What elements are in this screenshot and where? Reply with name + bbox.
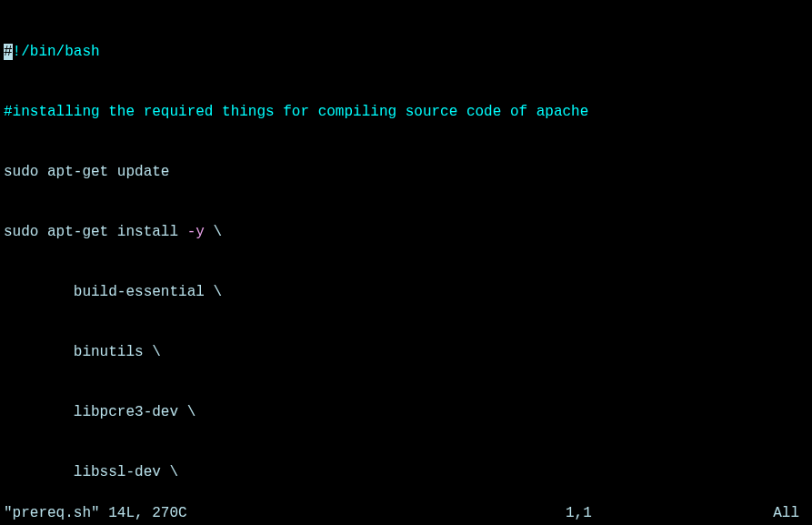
comment-text: installing the required things for compi… xyxy=(13,104,589,120)
shebang-text: !/bin/bash xyxy=(13,44,100,60)
terminal-window[interactable]: #!/bin/bash #installing the required thi… xyxy=(0,0,812,525)
scroll-indicator: All xyxy=(773,503,799,523)
comment-hash: # xyxy=(4,104,13,120)
editor-content[interactable]: #!/bin/bash #installing the required thi… xyxy=(4,2,808,525)
vim-status-bar: "prereq.sh" 14L, 270C 1,1 All xyxy=(4,503,808,523)
code-line-7: libpcre3-dev \ xyxy=(4,402,808,422)
code-line-6: binutils \ xyxy=(4,342,808,362)
code-line-2: #installing the required things for comp… xyxy=(4,102,808,122)
code-line-4: sudo apt-get install -y \ xyxy=(4,222,808,242)
file-info: "prereq.sh" 14L, 270C xyxy=(4,503,187,523)
cursor: # xyxy=(4,44,13,60)
code-line-5: build-essential \ xyxy=(4,282,808,302)
code-line-1: #!/bin/bash xyxy=(4,42,808,62)
cursor-position: 1,1 xyxy=(566,503,592,523)
code-line-8: libssl-dev \ xyxy=(4,462,808,482)
code-line-3: sudo apt-get update xyxy=(4,162,808,182)
